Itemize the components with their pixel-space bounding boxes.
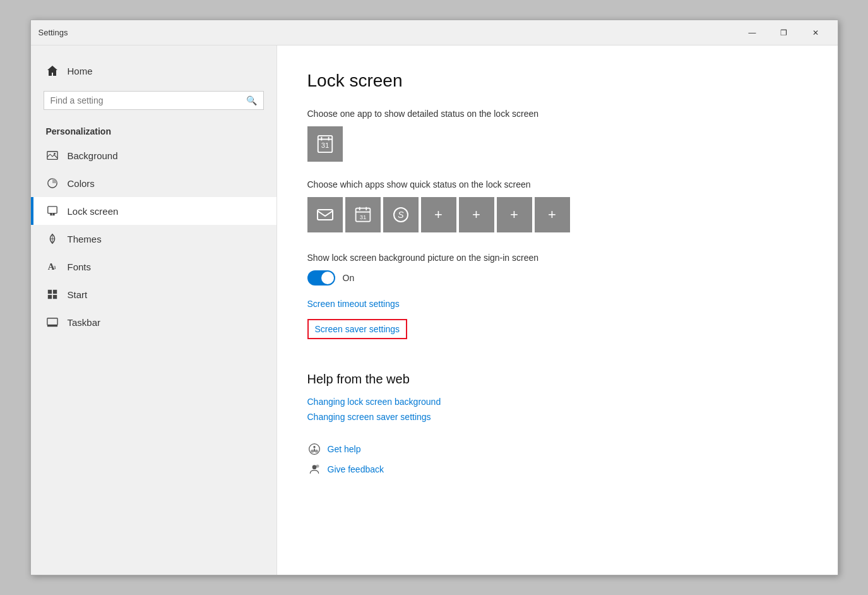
- svg-text:S: S: [398, 210, 404, 220]
- svg-rect-12: [47, 295, 51, 299]
- settings-window: Settings — ❐ ✕ Home 🔍: [30, 20, 838, 575]
- taskbar-icon: [46, 316, 59, 328]
- svg-rect-14: [47, 318, 57, 325]
- sidebar-item-lock-screen[interactable]: Lock screen: [31, 197, 276, 225]
- fonts-label: Fonts: [68, 261, 92, 272]
- svg-point-35: [316, 465, 319, 468]
- qs-skype-icon[interactable]: S: [383, 197, 419, 232]
- qs-add-icon-4[interactable]: +: [535, 197, 570, 232]
- give-feedback-icon: [307, 462, 321, 476]
- qs-add-icon-3[interactable]: +: [497, 197, 532, 232]
- search-icon: 🔍: [246, 95, 257, 105]
- maximize-button[interactable]: ❐: [770, 23, 799, 43]
- help-link-1[interactable]: Changing screen saver settings: [307, 412, 807, 422]
- colors-icon: [46, 177, 59, 189]
- svg-text:a: a: [52, 263, 56, 270]
- show-bg-label: Show lock screen background picture on t…: [307, 253, 807, 263]
- toggle-label: On: [343, 273, 355, 283]
- show-bg-toggle[interactable]: [307, 270, 335, 285]
- minimize-button[interactable]: —: [738, 23, 767, 43]
- qs-add-icon-2[interactable]: +: [459, 197, 494, 232]
- svg-text:31: 31: [359, 213, 366, 220]
- sidebar: Home 🔍 Personalization Background: [31, 45, 277, 575]
- svg-point-30: [313, 446, 315, 448]
- window-title: Settings: [39, 28, 738, 37]
- page-title: Lock screen: [307, 71, 807, 91]
- lock-screen-icon: [46, 205, 59, 217]
- sidebar-item-start[interactable]: Start: [31, 280, 276, 308]
- qs-mail-icon[interactable]: [307, 197, 343, 232]
- svg-point-32: [311, 450, 314, 453]
- svg-rect-13: [52, 295, 56, 299]
- screen-timeout-link[interactable]: Screen timeout settings: [307, 299, 400, 309]
- taskbar-label: Taskbar: [68, 317, 101, 328]
- qs-add-icon-1[interactable]: +: [421, 197, 456, 232]
- start-label: Start: [68, 289, 88, 300]
- fonts-icon: A a: [46, 260, 59, 273]
- give-feedback-link[interactable]: Give feedback: [328, 464, 384, 474]
- svg-rect-21: [318, 210, 333, 220]
- sidebar-item-background[interactable]: Background: [31, 141, 276, 169]
- start-icon: [46, 288, 59, 301]
- detailed-status-label: Choose one app to show detailed status o…: [307, 109, 807, 119]
- lock-screen-label: Lock screen: [68, 206, 119, 217]
- quick-status-label: Choose which apps show quick status on t…: [307, 179, 807, 189]
- sidebar-item-taskbar[interactable]: Taskbar: [31, 308, 276, 336]
- get-help-item[interactable]: Get help: [307, 442, 807, 456]
- search-box[interactable]: 🔍: [44, 91, 264, 110]
- qs-calendar-icon[interactable]: 31: [345, 197, 381, 232]
- svg-point-34: [312, 465, 316, 469]
- home-icon: [46, 64, 59, 77]
- colors-label: Colors: [68, 178, 95, 189]
- screen-saver-link[interactable]: Screen saver settings: [307, 319, 408, 339]
- search-input[interactable]: [51, 95, 246, 105]
- home-label: Home: [68, 66, 93, 76]
- themes-icon: [46, 232, 59, 245]
- footer-links: Get help Give feedback: [307, 442, 807, 476]
- svg-point-1: [54, 153, 56, 155]
- toggle-row: On: [307, 270, 807, 285]
- background-icon: [46, 149, 59, 162]
- detailed-status-app-icon[interactable]: 31: [307, 126, 343, 162]
- background-label: Background: [68, 150, 118, 161]
- window-content: Home 🔍 Personalization Background: [31, 45, 838, 575]
- give-feedback-item[interactable]: Give feedback: [307, 462, 807, 476]
- themes-label: Themes: [68, 234, 102, 244]
- sidebar-section-label: Personalization: [31, 117, 276, 141]
- close-button[interactable]: ✕: [801, 23, 830, 43]
- help-title: Help from the web: [307, 372, 807, 387]
- sidebar-item-home[interactable]: Home: [31, 58, 276, 83]
- svg-rect-11: [52, 290, 56, 294]
- sidebar-item-themes[interactable]: Themes: [31, 225, 276, 253]
- titlebar: Settings — ❐ ✕: [31, 20, 838, 45]
- svg-point-33: [314, 450, 318, 453]
- svg-text:31: 31: [321, 141, 329, 149]
- svg-rect-31: [314, 448, 315, 452]
- get-help-icon: [307, 442, 321, 456]
- sidebar-item-fonts[interactable]: A a Fonts: [31, 253, 276, 280]
- svg-rect-15: [47, 325, 57, 327]
- svg-rect-3: [47, 207, 56, 213]
- sidebar-item-colors[interactable]: Colors: [31, 169, 276, 197]
- window-controls: — ❐ ✕: [738, 23, 830, 43]
- help-link-0[interactable]: Changing lock screen background: [307, 397, 807, 407]
- main-content: Lock screen Choose one app to show detai…: [277, 45, 838, 575]
- get-help-link[interactable]: Get help: [328, 444, 361, 454]
- svg-rect-10: [47, 290, 51, 294]
- quick-status-row: 31 S + + + +: [307, 197, 807, 232]
